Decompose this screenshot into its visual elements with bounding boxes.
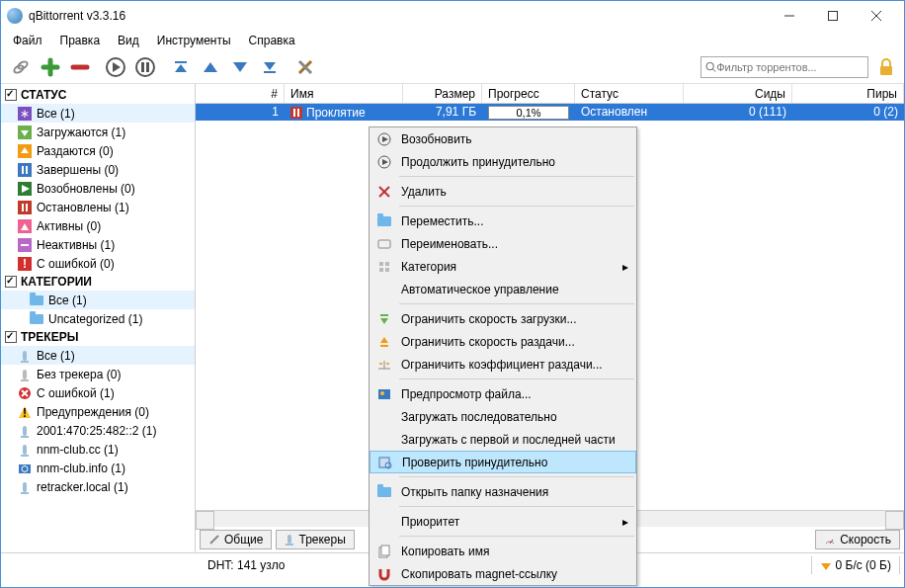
sidebar-item-errored[interactable]: !С ошибкой (0) — [1, 254, 195, 273]
table-row[interactable]: 1 Проклятие 7,91 ГБ 0,1% Остановлен 0 (1… — [196, 104, 904, 121]
ctx-auto-manage[interactable]: Автоматическое управление — [370, 278, 636, 300]
col-size[interactable]: Размер — [403, 84, 482, 103]
resume-button[interactable] — [102, 53, 129, 81]
svg-rect-55 — [21, 436, 29, 438]
svg-marker-14 — [175, 64, 187, 72]
ctx-force-resume[interactable]: Продолжить принудительно — [370, 150, 636, 173]
svg-marker-10 — [113, 62, 121, 72]
col-status[interactable]: Статус — [575, 84, 684, 103]
ctx-limit-down[interactable]: Ограничить скорость загрузки... — [370, 307, 636, 330]
svg-marker-17 — [233, 62, 247, 72]
ctx-open-folder[interactable]: Открыть папку назначения — [370, 480, 636, 503]
move-down-button[interactable] — [226, 53, 254, 81]
maximize-button[interactable] — [811, 1, 855, 31]
svg-rect-31 — [18, 163, 32, 177]
section-trackers[interactable]: ТРЕКЕРЫ — [1, 328, 195, 346]
ctx-copy-name[interactable]: Копировать имя — [370, 540, 636, 562]
sidebar-item-inactive[interactable]: Неактивны (1) — [1, 235, 195, 254]
filter-input[interactable] — [716, 61, 864, 73]
svg-rect-32 — [22, 166, 24, 174]
svg-rect-89 — [378, 389, 390, 399]
svg-rect-12 — [141, 62, 144, 72]
sidebar-tracker-nnminfo[interactable]: nnm-club.info (1) — [1, 459, 195, 477]
ctx-sequential[interactable]: Загружать последовательно — [370, 405, 636, 428]
sidebar-tracker-error[interactable]: С ошибкой (1) — [1, 383, 195, 402]
tab-speed[interactable]: Скорость — [815, 530, 900, 549]
menu-view[interactable]: Вид — [110, 32, 147, 49]
col-num[interactable]: # — [196, 84, 285, 103]
menu-file[interactable]: Файл — [5, 32, 50, 49]
settings-button[interactable] — [291, 53, 319, 81]
section-categories[interactable]: КАТЕГОРИИ — [1, 273, 195, 291]
ctx-delete[interactable]: Удалить — [370, 180, 636, 203]
tab-trackers[interactable]: Трекеры — [276, 530, 354, 549]
app-icon — [7, 8, 23, 24]
menu-tools[interactable]: Инструменты — [149, 32, 239, 49]
close-button[interactable] — [855, 1, 898, 31]
add-torrent-button[interactable] — [37, 53, 64, 81]
pause-button[interactable] — [131, 53, 159, 81]
sidebar-item-all[interactable]: ∗Все (1) — [1, 104, 195, 123]
col-seeds[interactable]: Сиды — [684, 84, 792, 103]
svg-rect-36 — [18, 201, 32, 214]
menu-edit[interactable]: Правка — [52, 32, 109, 49]
svg-rect-80 — [385, 268, 389, 272]
filter-torrents-search[interactable] — [700, 56, 868, 78]
ctx-first-last[interactable]: Загружать с первой и последней части — [370, 428, 636, 451]
gauge-icon — [824, 534, 836, 546]
svg-rect-67 — [286, 544, 293, 546]
svg-rect-48 — [21, 379, 29, 381]
sidebar-tracker-warn[interactable]: !Предупреждения (0) — [1, 402, 195, 421]
minimize-button[interactable] — [768, 1, 811, 31]
svg-rect-64 — [297, 109, 299, 117]
ctx-move[interactable]: Переместить... — [370, 210, 636, 232]
sidebar-item-resumed[interactable]: Возобновлены (0) — [1, 179, 195, 198]
svg-marker-71 — [382, 136, 388, 142]
lock-button[interactable] — [874, 58, 898, 76]
svg-text:!: ! — [23, 257, 27, 271]
svg-line-23 — [712, 68, 715, 71]
down-arrow-icon — [820, 559, 832, 571]
remove-button[interactable] — [66, 53, 94, 81]
svg-rect-62 — [290, 107, 302, 119]
ctx-category[interactable]: Категория▸ — [370, 255, 636, 278]
move-bottom-button[interactable] — [256, 53, 284, 81]
ctx-preview[interactable]: Предпросмотр файла... — [370, 382, 636, 405]
sidebar-tracker-none[interactable]: Без трекера (0) — [1, 365, 195, 383]
sidebar-tracker-nnmcc[interactable]: nnm-club.cc (1) — [1, 440, 195, 459]
ctx-limit-up[interactable]: Ограничить скорость раздачи... — [370, 330, 636, 353]
sidebar-tracker-ipv6[interactable]: 2001:470:25:482::2 (1) — [1, 421, 195, 440]
ctx-priority[interactable]: Приоритет▸ — [370, 510, 636, 533]
move-top-button[interactable] — [167, 53, 195, 81]
ctx-rename[interactable]: Переименовать... — [370, 232, 636, 255]
section-status[interactable]: СТАТУС — [1, 86, 195, 104]
ctx-copy-magnet[interactable]: Скопировать magnet-ссылку — [370, 562, 636, 585]
status-download: 0 Б/с (0 Б) — [812, 558, 899, 572]
add-link-button[interactable] — [7, 53, 35, 81]
col-name[interactable]: Имя — [285, 84, 403, 103]
svg-rect-46 — [21, 361, 29, 363]
sidebar-tracker-all[interactable]: Все (1) — [1, 346, 195, 365]
move-up-button[interactable] — [197, 53, 224, 81]
ctx-limit-ratio[interactable]: Ограничить коэффициент раздачи... — [370, 353, 636, 376]
ctx-resume[interactable]: Возобновить — [370, 127, 636, 150]
sidebar-item-active[interactable]: Активны (0) — [1, 216, 195, 235]
sidebar-tracker-retracker[interactable]: retracker.local (1) — [1, 477, 195, 496]
svg-rect-66 — [288, 535, 291, 544]
sidebar-item-paused[interactable]: Остановлены (1) — [1, 198, 195, 216]
sidebar-item-downloading[interactable]: Загружаются (1) — [1, 123, 195, 141]
sidebar-cat-all[interactable]: Все (1) — [1, 291, 195, 309]
col-peers[interactable]: Пиры — [792, 84, 904, 103]
sidebar-item-seeding[interactable]: Раздаются (0) — [1, 141, 195, 160]
sidebar-cat-uncategorized[interactable]: Uncategorized (1) — [1, 309, 195, 328]
col-progress[interactable]: Прогресс — [482, 84, 575, 103]
svg-rect-88 — [386, 363, 389, 365]
svg-rect-63 — [293, 109, 295, 117]
svg-rect-77 — [379, 262, 383, 266]
sidebar-item-completed[interactable]: Завершены (0) — [1, 160, 195, 179]
svg-text:∗: ∗ — [20, 107, 30, 121]
svg-marker-69 — [821, 563, 831, 570]
ctx-force-recheck[interactable]: Проверить принудительно — [370, 451, 636, 473]
menu-help[interactable]: Справка — [241, 32, 303, 49]
tab-general[interactable]: Общие — [200, 530, 272, 549]
